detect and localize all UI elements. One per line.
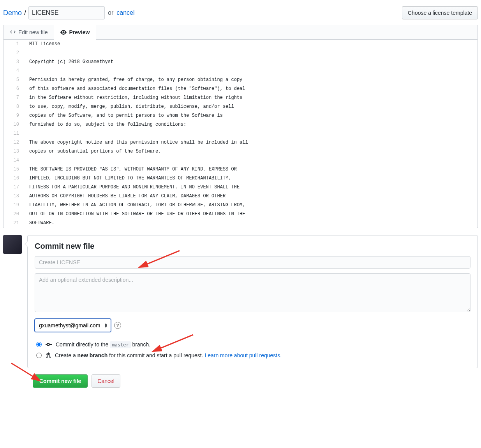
code-line: The above copyright notice and this perm… [24, 138, 477, 147]
file-tabs: Edit new file Preview [3, 25, 478, 40]
avatar[interactable] [3, 235, 22, 254]
git-commit-icon [46, 341, 52, 348]
learn-more-link[interactable]: Learn more about pull requests. [204, 352, 282, 358]
code-line: Copyright (c) 2018 Gxuamethyst [24, 58, 477, 67]
line-number: 6 [4, 84, 24, 93]
radio-new-branch-input[interactable] [36, 353, 42, 358]
radio-commit-direct[interactable]: Commit directly to the master branch. [35, 339, 470, 350]
commit-form: Commit new file gxuamethyst@gmail.com ▲▼… [27, 235, 478, 368]
cancel-button[interactable]: Cancel [92, 374, 120, 388]
filename-input[interactable] [28, 6, 105, 19]
tab-edit-label: Edit new file [18, 29, 48, 35]
line-number: 15 [4, 165, 24, 174]
cancel-link[interactable]: cancel [116, 9, 134, 16]
code-line: IMPLIED, INCLUDING BUT NOT LIMITED TO TH… [24, 174, 477, 183]
commit-description-textarea[interactable] [35, 273, 470, 312]
line-number: 17 [4, 183, 24, 192]
commit-heading: Commit new file [35, 242, 470, 251]
code-line: Permission is hereby granted, free of ch… [24, 76, 477, 84]
line-number: 12 [4, 138, 24, 147]
tab-preview-label: Preview [69, 29, 90, 35]
branch-name-badge: master [110, 341, 130, 348]
code-line: copies or substantial portions of the So… [24, 147, 477, 156]
code-line [24, 67, 477, 76]
line-number: 11 [4, 129, 24, 138]
line-number: 19 [4, 201, 24, 210]
eye-icon [60, 29, 67, 35]
code-line: SOFTWARE. [24, 219, 477, 228]
line-number: 8 [4, 102, 24, 111]
file-preview-box: 1MIT License23Copyright (c) 2018 Gxuamet… [3, 40, 478, 228]
code-line: FITNESS FOR A PARTICULAR PURPOSE AND NON… [24, 183, 477, 192]
line-number: 1 [4, 40, 24, 49]
line-number: 20 [4, 210, 24, 219]
code-line: LIABILITY, WHETHER IN AN ACTION OF CONTR… [24, 201, 477, 210]
line-number: 21 [4, 219, 24, 228]
line-number: 13 [4, 147, 24, 156]
choose-license-template-button[interactable]: Choose a license template [402, 6, 478, 19]
code-line: THE SOFTWARE IS PROVIDED "AS IS", WITHOU… [24, 165, 477, 174]
line-number: 10 [4, 120, 24, 129]
commit-email-select[interactable]: gxuamethyst@gmail.com [35, 319, 111, 332]
commit-new-file-button[interactable]: Commit new file [33, 374, 88, 388]
code-line: OUT OF OR IN CONNECTION WITH THE SOFTWAR… [24, 210, 477, 219]
line-number: 5 [4, 76, 24, 84]
radio-commit-direct-input[interactable] [36, 342, 42, 347]
radio-direct-text: Commit directly to the master branch. [56, 341, 150, 348]
code-line: MIT License [24, 40, 477, 49]
code-line [24, 129, 477, 138]
commit-section: Commit new file gxuamethyst@gmail.com ▲▼… [3, 235, 478, 368]
tab-preview[interactable]: Preview [54, 25, 96, 40]
radio-new-branch[interactable]: Create a new branch for this commit and … [35, 350, 470, 361]
tab-edit-new-file[interactable]: Edit new file [4, 25, 54, 39]
line-number: 9 [4, 111, 24, 120]
line-number: 7 [4, 93, 24, 102]
help-icon[interactable]: ? [114, 322, 121, 329]
code-line: of this software and associated document… [24, 84, 477, 93]
code-line [24, 156, 477, 165]
path-separator: / [24, 9, 26, 17]
commit-actions: Commit new file Cancel [33, 374, 478, 388]
line-number: 4 [4, 67, 24, 76]
or-text: or [108, 9, 113, 16]
code-line: copies of the Software, and to permit pe… [24, 111, 477, 120]
breadcrumb-header: Demo / or cancel Choose a license templa… [3, 3, 478, 25]
line-number: 18 [4, 192, 24, 201]
line-number: 3 [4, 58, 24, 67]
code-line: to use, copy, modify, merge, publish, di… [24, 102, 477, 111]
code-line: AUTHORS OR COPYRIGHT HOLDERS BE LIABLE F… [24, 192, 477, 201]
git-pull-request-icon [46, 352, 51, 358]
code-line: furnished to do so, subject to the follo… [24, 120, 477, 129]
code-line [24, 49, 477, 58]
line-number: 16 [4, 174, 24, 183]
repo-link[interactable]: Demo [3, 9, 22, 17]
code-icon [10, 29, 16, 35]
line-number: 14 [4, 156, 24, 165]
code-table: 1MIT License23Copyright (c) 2018 Gxuamet… [4, 40, 477, 228]
radio-newbranch-text: Create a new branch for this commit and … [55, 352, 282, 358]
line-number: 2 [4, 49, 24, 58]
commit-summary-input[interactable] [35, 256, 470, 269]
code-line: in the Software without restriction, inc… [24, 93, 477, 102]
